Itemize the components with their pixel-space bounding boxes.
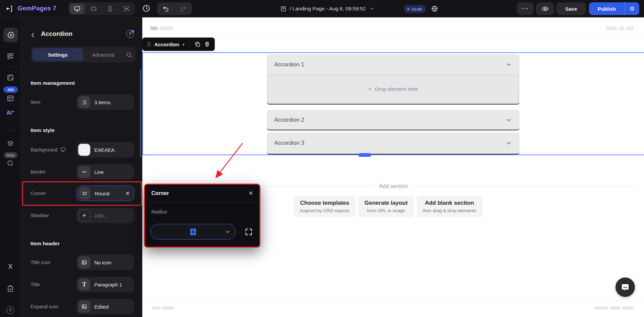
- delete-button[interactable]: [204, 41, 210, 47]
- duplicate-button[interactable]: [195, 41, 201, 47]
- undo-button[interactable]: [157, 2, 175, 15]
- device-toggle-group: [68, 2, 135, 15]
- device-tablet-button[interactable]: [86, 3, 101, 14]
- expand-icon-control[interactable]: Edited: [77, 299, 134, 314]
- history-button[interactable]: [142, 4, 151, 13]
- checklist-button[interactable]: [7, 285, 14, 293]
- localization-button[interactable]: [431, 5, 438, 12]
- support-chat-button[interactable]: [615, 277, 635, 297]
- pages-layout-button[interactable]: [7, 94, 14, 102]
- footer-skeleton-bar: [594, 307, 608, 310]
- section-divider: [31, 116, 133, 117]
- undo-redo-group: [157, 2, 192, 15]
- header-skeleton-bar: [626, 26, 634, 30]
- save-button[interactable]: Save: [556, 2, 586, 15]
- design-icon: [7, 74, 14, 81]
- border-control[interactable]: Line: [77, 164, 134, 180]
- section-heading-item-management: Item management: [31, 80, 75, 86]
- chevron-down-icon: [225, 229, 230, 235]
- globe-icon: [431, 5, 438, 12]
- resize-handle[interactable]: [358, 153, 371, 157]
- help-button[interactable]: ?: [7, 306, 14, 314]
- rail-divider: [4, 130, 17, 130]
- page-breadcrumb[interactable]: / Landing Page - Aug 8, 09:59:52: [280, 0, 375, 17]
- corner-control[interactable]: Round ✕: [77, 186, 134, 201]
- selection-toolbar: Accordion ▲: [142, 38, 215, 51]
- generate-layout-card[interactable]: Generate layout from URL or image: [358, 196, 414, 217]
- device-desktop-button[interactable]: [69, 3, 85, 14]
- clear-corner-button[interactable]: ✕: [126, 190, 130, 197]
- item-count-control[interactable]: 3 items: [77, 94, 134, 110]
- theme-styles-button[interactable]: [7, 74, 14, 81]
- section-heading-item-header: Item header: [31, 241, 60, 247]
- x-logo-button[interactable]: X: [8, 263, 12, 270]
- footer-skeleton-bar: [610, 307, 621, 310]
- preview-button[interactable]: [536, 2, 554, 15]
- text-icon: T: [78, 278, 90, 291]
- canvas[interactable]: Accordion ▲ Accordion 1 + Drop element h…: [142, 17, 644, 317]
- shadow-control[interactable]: Add...: [77, 208, 134, 223]
- title-icon-control[interactable]: No icon: [77, 255, 134, 270]
- panel-help-button[interactable]: ?: [126, 30, 134, 38]
- desktop-icon: [74, 5, 81, 12]
- corners-expand-icon: [244, 228, 253, 236]
- radius-label: Radius: [151, 209, 167, 214]
- radius-input[interactable]: 8: [150, 224, 236, 240]
- accordion-item-1[interactable]: Accordion 1 + Drop element here: [267, 54, 519, 105]
- row-label-border: Border: [31, 169, 46, 175]
- more-options-button[interactable]: ···: [517, 2, 534, 15]
- choose-templates-card[interactable]: Choose templates inspired by CRO experts: [294, 196, 355, 217]
- accordion-item-label: Accordion 3: [274, 140, 304, 146]
- accordion-item-2[interactable]: Accordion 2: [267, 110, 519, 130]
- accordion-item-3[interactable]: Accordion 3: [267, 132, 519, 154]
- image-icon: [81, 259, 87, 265]
- title-control[interactable]: T Paragraph 1: [77, 277, 134, 292]
- drop-element-zone[interactable]: + Drop element here: [268, 75, 518, 103]
- brand-logo[interactable]: GemPages 7: [17, 5, 56, 12]
- chevron-down-icon[interactable]: [505, 117, 512, 123]
- publish-button[interactable]: Publish: [589, 2, 625, 15]
- footer-skeleton-bar: [162, 307, 174, 310]
- background-control[interactable]: EAEAEA: [77, 142, 134, 157]
- desktop-icon: [60, 147, 66, 152]
- add-element-button[interactable]: [3, 27, 18, 42]
- tab-advanced[interactable]: Advanced: [83, 52, 123, 58]
- trash-icon: [204, 41, 210, 47]
- redo-button[interactable]: [175, 2, 192, 15]
- triangle-up-icon[interactable]: ▲: [182, 43, 185, 46]
- interactions-button[interactable]: [7, 160, 14, 167]
- topbar: GemPages 7: [0, 0, 644, 17]
- accordion-item-label: Accordion 2: [274, 117, 304, 123]
- eye-icon: [542, 5, 549, 12]
- header-skeleton-bar: [606, 26, 617, 30]
- publish-settings-button[interactable]: ⚙: [625, 2, 639, 15]
- panel-search-button[interactable]: [123, 52, 135, 58]
- plus-circle-icon: [7, 31, 15, 39]
- left-rail: 450 AI✦ Beta X ?: [0, 17, 21, 317]
- per-corner-expand-button[interactable]: [244, 228, 253, 236]
- selected-element-label[interactable]: Accordion: [154, 42, 179, 47]
- blocks-library-button[interactable]: [7, 52, 14, 60]
- question-icon: ?: [129, 31, 132, 37]
- layers-button[interactable]: [7, 140, 14, 148]
- redo-icon: [180, 5, 187, 12]
- exit-icon: [5, 5, 13, 13]
- row-label-corner: Corner: [31, 190, 46, 196]
- chevron-down-icon[interactable]: [505, 140, 512, 146]
- chevron-up-icon[interactable]: [505, 61, 512, 68]
- sidebar-scrollbar[interactable]: [140, 69, 141, 157]
- ai-assistant-button[interactable]: AI✦: [6, 110, 14, 116]
- chat-bubble-icon: [621, 282, 630, 292]
- popup-close-button[interactable]: ✕: [249, 190, 253, 196]
- device-responsive-button[interactable]: [119, 3, 134, 14]
- rail-divider: [4, 66, 17, 67]
- add-blank-section-card[interactable]: Add blank section then drag & drop eleme…: [417, 196, 482, 217]
- device-mobile-button[interactable]: [102, 3, 117, 14]
- exit-editor-button[interactable]: [5, 5, 14, 13]
- credits-badge[interactable]: 450: [3, 86, 18, 93]
- tab-settings[interactable]: Settings: [32, 48, 83, 61]
- drag-handle-icon[interactable]: [147, 42, 151, 47]
- search-icon: [126, 52, 132, 58]
- header-skeleton-bar: [159, 26, 173, 30]
- back-button[interactable]: [30, 32, 36, 39]
